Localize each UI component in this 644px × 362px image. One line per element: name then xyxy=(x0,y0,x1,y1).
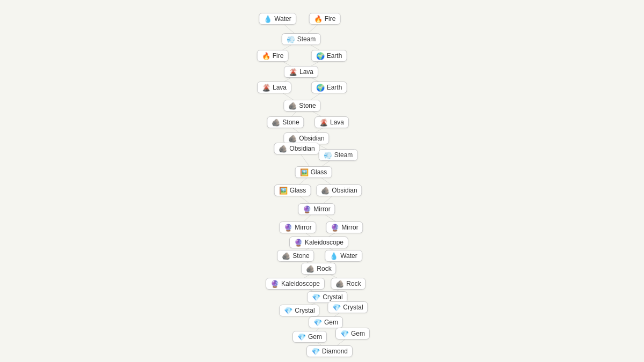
node-icon-gem1: 💎 xyxy=(313,319,322,326)
node-icon-crystal1: 💎 xyxy=(312,294,320,301)
node-icon-earth2: 🌍 xyxy=(316,84,325,91)
node-label-mirror3: Mirror xyxy=(341,224,358,231)
node-label-lava1: Lava xyxy=(299,68,313,76)
node-earth2[interactable]: 🌍Earth xyxy=(311,82,347,93)
node-gem2[interactable]: 💎Gem xyxy=(292,331,327,343)
node-icon-mirror2: 🔮 xyxy=(284,224,292,231)
node-icon-steam1: 💨 xyxy=(287,36,295,43)
node-diamond1[interactable]: 💎Diamond xyxy=(306,345,353,357)
node-label-obsidian2: Obsidian xyxy=(289,145,314,152)
node-glass1[interactable]: 🖼️Glass xyxy=(295,166,332,178)
node-icon-kaleidoscope2: 🔮 xyxy=(270,280,279,287)
node-stone3[interactable]: 🪨Stone xyxy=(277,250,314,262)
node-label-water1: Water xyxy=(274,15,291,23)
node-lava3[interactable]: 🌋Lava xyxy=(314,116,349,128)
node-label-mirror2: Mirror xyxy=(295,224,311,231)
node-icon-crystal2: 💎 xyxy=(284,307,292,314)
node-label-glass2: Glass xyxy=(290,187,306,194)
diagram-canvas: 💧Water🔥Fire💨Steam🔥Fire🌍Earth🌋Lava🌋Lava🌍E… xyxy=(0,0,644,362)
node-label-stone2: Stone xyxy=(282,119,299,126)
node-gem3[interactable]: 💎Gem xyxy=(335,328,370,339)
node-icon-mirror1: 🔮 xyxy=(303,206,311,213)
node-icon-steam2: 💨 xyxy=(324,152,332,159)
node-steam2[interactable]: 💨Steam xyxy=(319,149,358,161)
node-fire1[interactable]: 🔥Fire xyxy=(309,13,341,25)
node-label-crystal2: Crystal xyxy=(295,307,314,314)
node-kaleidoscope2[interactable]: 🔮Kaleidoscope xyxy=(266,278,325,290)
node-label-steam1: Steam xyxy=(297,35,316,43)
node-water1[interactable]: 💧Water xyxy=(259,13,296,25)
node-icon-stone1: 🪨 xyxy=(288,102,297,109)
node-label-water2: Water xyxy=(340,252,357,260)
node-icon-rock1: 🪨 xyxy=(306,265,314,272)
node-icon-mirror3: 🔮 xyxy=(331,224,339,231)
node-icon-glass2: 🖼️ xyxy=(279,187,288,194)
node-label-kaleidoscope2: Kaleidoscope xyxy=(281,280,320,287)
node-icon-earth1: 🌍 xyxy=(316,53,325,60)
node-icon-obsidian3: 🪨 xyxy=(321,187,330,194)
node-lava2[interactable]: 🌋Lava xyxy=(257,82,291,93)
node-stone1[interactable]: 🪨Stone xyxy=(283,100,320,112)
node-label-gem1: Gem xyxy=(324,319,338,326)
node-rock1[interactable]: 🪨Rock xyxy=(301,263,336,275)
node-label-earth2: Earth xyxy=(327,84,342,91)
node-label-fire1: Fire xyxy=(325,15,336,23)
node-label-rock2: Rock xyxy=(346,280,361,287)
node-icon-stone2: 🪨 xyxy=(272,119,280,126)
node-lava1[interactable]: 🌋Lava xyxy=(284,66,318,78)
node-earth1[interactable]: 🌍Earth xyxy=(311,50,347,62)
node-icon-rock2: 🪨 xyxy=(335,280,344,287)
node-icon-kaleidoscope1: 🔮 xyxy=(294,239,303,246)
node-icon-gem2: 💎 xyxy=(297,334,306,341)
node-icon-obsidian2: 🪨 xyxy=(279,145,287,152)
node-label-lava3: Lava xyxy=(330,119,344,126)
node-mirror2[interactable]: 🔮Mirror xyxy=(279,221,316,233)
node-obsidian2[interactable]: 🪨Obsidian xyxy=(274,143,319,154)
node-label-steam2: Steam xyxy=(334,151,353,159)
node-gem1[interactable]: 💎Gem xyxy=(309,316,343,328)
node-icon-lava1: 🌋 xyxy=(289,69,297,76)
node-icon-stone3: 🪨 xyxy=(282,253,290,260)
node-label-fire2: Fire xyxy=(273,52,284,60)
node-label-crystal1: Crystal xyxy=(323,293,342,301)
node-icon-gem3: 💎 xyxy=(340,330,349,337)
node-label-obsidian1: Obsidian xyxy=(299,135,324,142)
node-icon-obsidian1: 🪨 xyxy=(288,135,297,142)
node-icon-water1: 💧 xyxy=(264,16,272,23)
node-fire2[interactable]: 🔥Fire xyxy=(257,50,289,62)
node-mirror1[interactable]: 🔮Mirror xyxy=(298,203,335,215)
node-label-crystal3: Crystal xyxy=(343,304,363,311)
node-water2[interactable]: 💧Water xyxy=(325,250,362,262)
node-label-mirror1: Mirror xyxy=(313,205,330,213)
node-stone2[interactable]: 🪨Stone xyxy=(267,116,304,128)
node-icon-fire1: 🔥 xyxy=(314,16,323,23)
node-rock2[interactable]: 🪨Rock xyxy=(331,278,365,290)
node-icon-diamond1: 💎 xyxy=(311,348,320,355)
node-label-diamond1: Diamond xyxy=(322,348,348,355)
node-mirror3[interactable]: 🔮Mirror xyxy=(326,221,363,233)
node-label-gem3: Gem xyxy=(351,330,365,337)
node-crystal3[interactable]: 💎Crystal xyxy=(327,301,368,313)
node-icon-lava2: 🌋 xyxy=(262,84,270,91)
node-label-lava2: Lava xyxy=(273,84,287,91)
node-icon-water2: 💧 xyxy=(330,253,338,260)
node-icon-lava3: 🌋 xyxy=(319,119,328,126)
node-label-stone1: Stone xyxy=(299,102,316,109)
node-steam1[interactable]: 💨Steam xyxy=(282,33,321,45)
node-glass2[interactable]: 🖼️Glass xyxy=(274,184,311,196)
node-icon-crystal3: 💎 xyxy=(332,304,341,311)
node-kaleidoscope1[interactable]: 🔮Kaleidoscope xyxy=(289,237,348,248)
node-icon-fire2: 🔥 xyxy=(262,53,270,60)
node-label-obsidian3: Obsidian xyxy=(332,187,357,194)
node-label-kaleidoscope1: Kaleidoscope xyxy=(305,239,343,246)
node-label-gem2: Gem xyxy=(308,333,322,341)
node-crystal2[interactable]: 💎Crystal xyxy=(279,305,319,316)
node-label-glass1: Glass xyxy=(311,168,327,176)
node-label-earth1: Earth xyxy=(327,52,342,60)
node-obsidian3[interactable]: 🪨Obsidian xyxy=(316,184,362,196)
node-label-stone3: Stone xyxy=(292,252,309,260)
node-icon-glass1: 🖼️ xyxy=(300,169,309,176)
node-label-rock1: Rock xyxy=(317,265,331,272)
